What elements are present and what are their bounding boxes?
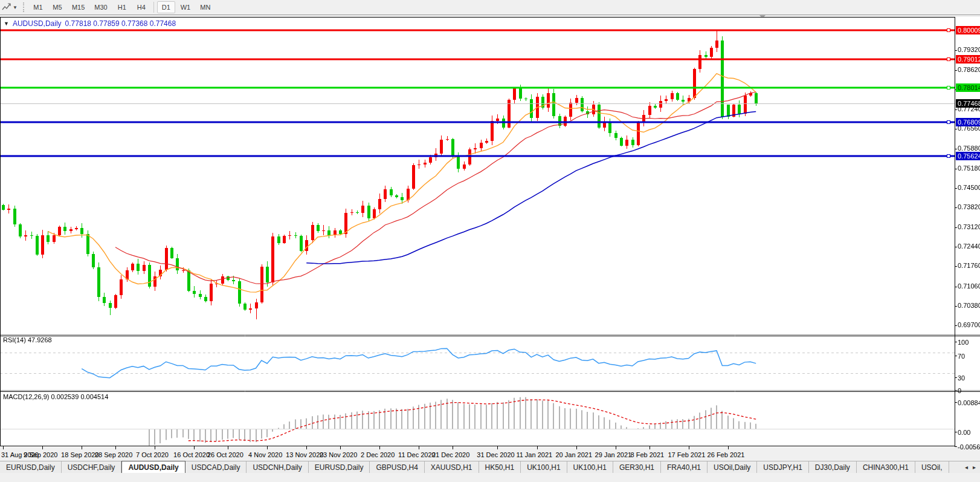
tab-scroll-left-icon[interactable]: ◂ xyxy=(962,464,970,471)
price-axis-tick: 0.71760 xyxy=(958,262,980,269)
date-axis-label: 31 Dec 2020 xyxy=(477,451,514,458)
symbol-tab-eurusd-daily[interactable]: EURUSD,Daily xyxy=(309,461,370,473)
date-axis-label: 26 Oct 2020 xyxy=(207,451,243,458)
price-line-badge: 0.76809 xyxy=(956,118,980,126)
date-axis-label: 26 Feb 2021 xyxy=(708,451,745,458)
price-axis-tick: 0.73120 xyxy=(958,223,980,230)
chart-ohlc-values: 0.77818 0.77859 0.77368 0.77468 xyxy=(65,19,176,28)
price-axis-tick: 0.75880 xyxy=(958,145,980,152)
status-strip xyxy=(0,473,980,482)
price-axis-tick: 0.73820 xyxy=(958,203,980,210)
price-axis-tick: 0.71060 xyxy=(958,282,980,290)
symbol-tab-xauusd-h1[interactable]: XAUUSD,H1 xyxy=(425,461,479,473)
price-axis-tick: 0.70380 xyxy=(958,302,980,309)
date-axis-label: 28 Sep 2020 xyxy=(95,451,132,458)
rsi-label: RSI(14) 47.9268 xyxy=(3,336,52,344)
date-axis-label: 4 Nov 2020 xyxy=(248,451,282,458)
date-axis-label: 18 Sep 2020 xyxy=(61,451,98,458)
date-axis-label: 13 Nov 2020 xyxy=(286,451,323,458)
rsi-axis-tick: 70 xyxy=(958,353,965,360)
price-axis-tick: 0.72440 xyxy=(958,243,980,250)
tab-scroll-right-icon[interactable]: ▸ xyxy=(970,464,978,471)
date-axis-label: 11 Jan 2021 xyxy=(516,451,552,458)
symbol-tab-usdcad-daily[interactable]: USDCAD,Daily xyxy=(185,461,247,473)
price-line-badge: 0.79012 xyxy=(956,55,980,64)
symbol-tab-hk50-h1[interactable]: HK50,H1 xyxy=(479,461,521,473)
date-axis-label: 9 Sep 2020 xyxy=(24,451,57,458)
symbol-tab-usdcnh-daily[interactable]: USDCNH,Daily xyxy=(247,461,308,473)
current-price-badge: 0.77468 xyxy=(956,99,980,108)
symbol-tab-uk100-h1[interactable]: UK100,H1 xyxy=(567,461,613,473)
symbol-tab-bar: EURUSD,DailyUSDCHF,DailyAUDUSD,DailyUSDC… xyxy=(0,461,980,473)
price-line-badge: 0.78014 xyxy=(956,83,980,92)
date-axis-label: 11 Dec 2020 xyxy=(398,451,436,458)
date-axis-label: 7 Oct 2020 xyxy=(136,451,169,458)
rsi-axis-tick: 0 xyxy=(958,387,961,394)
date-axis-label: 2 Dec 2020 xyxy=(361,451,395,458)
symbol-tab-audusd-daily[interactable]: AUDUSD,Daily xyxy=(121,461,185,473)
price-line-badge: 0.75624 xyxy=(956,152,980,160)
macd-axis-tick: -0.005651 xyxy=(958,443,980,451)
symbol-tab-usoil-daily[interactable]: USOil,Daily xyxy=(708,461,757,473)
symbol-tab-gbpusd-h4[interactable]: GBPUSD,H4 xyxy=(370,461,424,473)
macd-axis-tick: 0.00 xyxy=(958,429,970,436)
price-axis-tick: 0.75180 xyxy=(958,164,980,172)
price-chart[interactable] xyxy=(0,0,980,451)
symbol-tab-fra40-h1[interactable]: FRA40,H1 xyxy=(661,461,708,473)
price-axis-tick: 0.74500 xyxy=(958,184,980,191)
chart-symbol-label: AUDUSD,Daily xyxy=(13,19,62,28)
price-axis-tick: 0.78620 xyxy=(958,66,980,73)
date-axis-label: 17 Feb 2021 xyxy=(668,451,706,458)
symbol-tab-usdchf-daily[interactable]: USDCHF,Daily xyxy=(62,461,122,473)
date-axis-label: 29 Jan 2021 xyxy=(595,451,632,458)
symbol-tab-china300-h1[interactable]: CHINA300,H1 xyxy=(857,461,915,473)
symbol-tab-dj30-daily[interactable]: DJ30,Daily xyxy=(809,461,857,473)
date-axis-label: 8 Feb 2021 xyxy=(631,451,665,458)
date-axis-label: 20 Jan 2021 xyxy=(556,451,593,458)
chart-title: ▼ AUDUSD,Daily 0.77818 0.77859 0.77368 0… xyxy=(4,19,176,28)
price-axis-tick: 0.79320 xyxy=(958,46,980,53)
symbol-tab-usoil-[interactable]: USOil, xyxy=(915,461,949,473)
rsi-axis-tick: 100 xyxy=(958,339,969,346)
symbol-tab-uk100-h1[interactable]: UK100,H1 xyxy=(521,461,567,473)
macd-axis-tick: 0.00884 xyxy=(958,399,980,406)
price-axis-tick: 0.69700 xyxy=(958,321,980,328)
date-axis-label: 23 Nov 2020 xyxy=(320,451,357,458)
rsi-axis-tick: 30 xyxy=(958,374,965,382)
trading-app-window: ▼ M1M5M15M30H1H4D1W1MN ▼ AUDUSD,Daily 0.… xyxy=(0,0,980,482)
date-axis-label: 21 Dec 2020 xyxy=(432,451,469,458)
symbol-dropdown-icon[interactable]: ▼ xyxy=(4,21,9,27)
symbol-tab-eurusd-daily[interactable]: EURUSD,Daily xyxy=(0,461,62,473)
date-axis-label: 16 Oct 2020 xyxy=(173,451,210,458)
symbol-tab-ger30-h1[interactable]: GER30,H1 xyxy=(613,461,661,473)
macd-label: MACD(12,26,9) 0.002539 0.004514 xyxy=(3,393,108,400)
price-line-badge: 0.80009 xyxy=(956,26,980,34)
symbol-tab-usdjpy-h1[interactable]: USDJPY,H1 xyxy=(757,461,808,473)
